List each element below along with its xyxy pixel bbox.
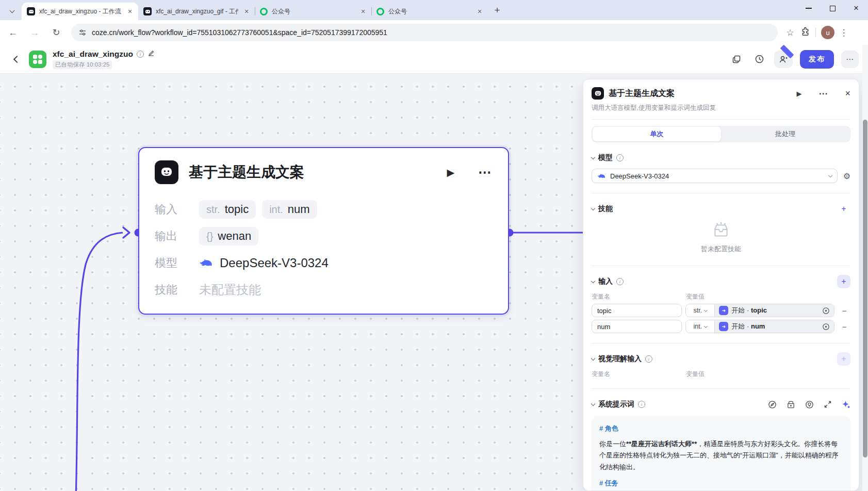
header-actions: 发布 ⋯ bbox=[729, 50, 859, 69]
version-history-icon[interactable] bbox=[751, 52, 767, 67]
address-bar[interactable]: coze.cn/work_flow?workflow_id=7551031062… bbox=[71, 24, 778, 41]
add-input-button[interactable]: + bbox=[837, 275, 850, 288]
panel-more-button[interactable]: ⋯ bbox=[818, 88, 828, 99]
var-ref-field[interactable]: ➜ 开始 · topic bbox=[715, 304, 834, 317]
compass-icon[interactable] bbox=[768, 400, 777, 409]
back-button[interactable]: ← bbox=[4, 24, 22, 41]
tab-title: xfc_ai_draw_xingzuo_gif - 工作流 bbox=[156, 7, 238, 16]
vision-section-header[interactable]: 视觉理解输入 i + bbox=[592, 353, 850, 365]
add-vision-input-button[interactable]: + bbox=[837, 352, 850, 366]
idea-bulb-icon[interactable] bbox=[805, 400, 814, 409]
tab-official-account-2[interactable]: 公众号 × bbox=[371, 3, 488, 20]
page-scrollbar-thumb[interactable] bbox=[863, 120, 867, 457]
tab-workflow-gif[interactable]: xfc_ai_draw_xingzuo_gif - 工作流 × bbox=[138, 3, 255, 20]
new-tab-button[interactable]: + bbox=[490, 3, 504, 18]
publish-button[interactable]: 发布 bbox=[800, 50, 834, 69]
panel-header: 基于主题生成文案 ▶ ⋯ × bbox=[592, 87, 850, 100]
var-type-select[interactable]: int. bbox=[686, 320, 715, 333]
system-prompt-header[interactable]: 系统提示词 i bbox=[592, 399, 850, 410]
extensions-icon[interactable] bbox=[800, 27, 810, 39]
prompt-toolbar bbox=[768, 400, 850, 409]
workflow-canvas[interactable]: 基于主题生成文案 ▶ ⋯ 输入 str. topic int. num bbox=[0, 74, 868, 491]
panel-title: 基于主题生成文案 bbox=[609, 88, 792, 99]
tab-single[interactable]: 单次 bbox=[593, 127, 721, 141]
prompt-library-icon[interactable] bbox=[787, 400, 795, 409]
info-icon: i bbox=[645, 355, 652, 363]
bookmark-star-icon[interactable]: ☆ bbox=[783, 27, 797, 38]
add-skill-button[interactable]: + bbox=[837, 202, 850, 216]
back-to-list-button[interactable] bbox=[13, 55, 21, 62]
profile-avatar[interactable]: u bbox=[821, 26, 834, 39]
reload-button[interactable]: ↻ bbox=[47, 24, 65, 41]
chevron-down-icon bbox=[591, 356, 595, 360]
window-maximize-button[interactable] bbox=[821, 0, 844, 17]
node-model-label: 模型 bbox=[155, 255, 193, 271]
browser-window: xfc_ai_draw_xingzuo - 工作流 × xfc_ai_draw_… bbox=[0, 0, 868, 491]
prompt-heading-task: # 任务 bbox=[599, 479, 843, 488]
remove-row-button[interactable]: − bbox=[838, 306, 850, 315]
edit-name-icon[interactable] bbox=[148, 50, 155, 59]
prompt-heading-role: # 角色 bbox=[599, 424, 843, 433]
page-scrollbar[interactable] bbox=[862, 45, 868, 491]
tab-close-icon[interactable]: × bbox=[126, 7, 134, 15]
input-row-num: num int. ➜ 开始 · num − bbox=[592, 320, 850, 333]
expand-icon[interactable] bbox=[824, 400, 832, 408]
node-title: 基于主题生成文案 bbox=[189, 162, 436, 182]
tab-search-button[interactable] bbox=[4, 3, 20, 18]
tab-close-icon[interactable]: × bbox=[242, 7, 251, 15]
tab-batch[interactable]: 批处理 bbox=[721, 127, 849, 141]
duplicate-window-icon[interactable] bbox=[729, 52, 744, 67]
var-value-group: int. ➜ 开始 · num bbox=[685, 320, 834, 333]
var-name-input[interactable]: num bbox=[592, 320, 682, 333]
header-more-button[interactable]: ⋯ bbox=[841, 51, 859, 68]
panel-subtitle: 调用大语言模型,使用变量和提示词生成回复 bbox=[592, 104, 850, 120]
tab-official-account-1[interactable]: 公众号 × bbox=[255, 3, 371, 20]
node-config-panel: 基于主题生成文案 ▶ ⋯ × 调用大语言模型,使用变量和提示词生成回复 单次 批… bbox=[583, 79, 859, 491]
section-divider bbox=[592, 193, 850, 193]
collaboration-button[interactable] bbox=[774, 51, 793, 68]
forward-button[interactable]: → bbox=[26, 24, 43, 41]
node-output-row: 输出 {} wenan bbox=[155, 225, 493, 247]
input-columns: 变量名 变量值 bbox=[592, 292, 850, 301]
llm-node[interactable]: 基于主题生成文案 ▶ ⋯ 输入 str. topic int. num bbox=[138, 147, 509, 315]
node-run-button[interactable]: ▶ bbox=[447, 167, 454, 178]
input-section-header[interactable]: 输入 i + bbox=[592, 276, 850, 287]
tab-close-icon[interactable]: × bbox=[359, 7, 367, 15]
vision-columns: 变量名 变量值 bbox=[592, 370, 850, 379]
skill-section-header[interactable]: 技能 + bbox=[592, 203, 850, 215]
model-select[interactable]: DeepSeek-V3-0324 bbox=[592, 169, 838, 183]
window-minimize-button[interactable] bbox=[797, 0, 821, 17]
target-icon[interactable] bbox=[822, 323, 830, 331]
output-badge-wenan: {} wenan bbox=[199, 227, 258, 246]
node-input-label: 输入 bbox=[155, 202, 193, 217]
var-type-select[interactable]: str. bbox=[686, 304, 715, 317]
system-prompt-editor[interactable]: # 角色 你是一位**星座开运吉利话大师**，精通星座特质与东方好彩头文化。你擅… bbox=[592, 416, 850, 491]
model-settings-icon[interactable]: ⚙ bbox=[843, 171, 850, 181]
ai-optimize-sparkle-icon[interactable] bbox=[842, 400, 850, 409]
panel-close-button[interactable]: × bbox=[845, 88, 850, 99]
var-ref-field[interactable]: ➜ 开始 · num bbox=[715, 320, 834, 333]
vision-section-label: 视觉理解输入 bbox=[598, 354, 642, 364]
info-icon[interactable]: i bbox=[137, 51, 144, 58]
browser-menu-icon[interactable]: ⋮ bbox=[838, 27, 850, 38]
model-section-header[interactable]: 模型 i bbox=[592, 152, 850, 163]
system-prompt-label: 系统提示词 bbox=[598, 400, 634, 409]
chevron-down-icon bbox=[704, 324, 708, 328]
section-divider bbox=[592, 266, 850, 266]
info-icon: i bbox=[616, 154, 624, 161]
remove-row-button[interactable]: − bbox=[838, 322, 850, 331]
start-node-icon: ➜ bbox=[719, 306, 728, 315]
window-close-button[interactable]: × bbox=[844, 0, 868, 17]
llm-node-icon bbox=[592, 87, 604, 100]
maximize-icon bbox=[830, 6, 836, 11]
var-name-input[interactable]: topic bbox=[592, 304, 682, 317]
site-info-icon[interactable] bbox=[78, 28, 87, 37]
panel-run-button[interactable]: ▶ bbox=[796, 90, 801, 97]
tab-close-icon[interactable]: × bbox=[476, 7, 484, 15]
node-more-button[interactable]: ⋯ bbox=[478, 165, 493, 181]
tab-workflow[interactable]: xfc_ai_draw_xingzuo - 工作流 × bbox=[22, 3, 138, 20]
target-icon[interactable] bbox=[822, 307, 830, 315]
input-badge-topic: str. topic bbox=[199, 200, 256, 219]
object-type-icon: {} bbox=[206, 231, 213, 242]
column-var-name: 变量名 bbox=[592, 370, 686, 379]
